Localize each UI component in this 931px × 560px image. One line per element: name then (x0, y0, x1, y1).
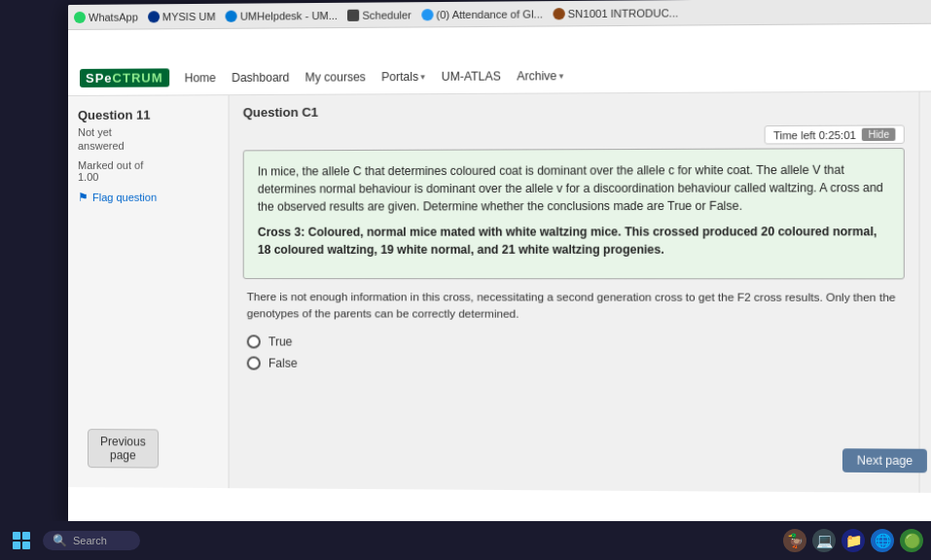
option-true[interactable]: True (243, 334, 905, 350)
monitor-content: WhatsApp MYSIS UM UMHelpdesk - UM... Sch… (68, 0, 931, 533)
taskbar-icon-5[interactable]: 🟢 (900, 529, 923, 552)
flag-question-btn[interactable]: ⚑ Flag question (78, 191, 218, 204)
question-number: Question 11 (78, 107, 218, 122)
bookmark-mysis[interactable]: MYSIS UM (148, 10, 216, 22)
right-panel (919, 91, 931, 493)
radio-false-label: False (269, 356, 298, 369)
sidebar: Question 11 Not yet answered Marked out … (68, 95, 230, 488)
taskbar-icon-3[interactable]: 📁 (841, 529, 865, 552)
taskbar: 🔍 Search 🦆 💻 📁 🌐 🟢 (0, 521, 931, 560)
archive-chevron: ▾ (558, 71, 563, 81)
previous-page-button[interactable]: Previous page (88, 429, 159, 468)
screen-wrapper: WhatsApp MYSIS UM UMHelpdesk - UM... Sch… (0, 0, 931, 560)
option-false[interactable]: False (243, 356, 905, 371)
question-text-box: In mice, the allele C that determines co… (243, 148, 905, 279)
question-status-line2: answered (78, 139, 218, 152)
taskbar-icon-4[interactable]: 🌐 (871, 529, 894, 552)
portals-chevron: ▾ (420, 71, 425, 81)
bookmark-scheduler[interactable]: Scheduler (347, 9, 412, 21)
flag-icon: ⚑ (78, 191, 89, 204)
explanation-text: There is not enough information in this … (243, 289, 905, 324)
radio-false[interactable] (247, 356, 261, 369)
windows-start-button[interactable] (8, 527, 35, 554)
bookmarks-bar: WhatsApp MYSIS UM UMHelpdesk - UM... Sch… (68, 0, 931, 30)
question-c1-label: Question C1 (243, 102, 905, 120)
marked-out-value: 1.00 (78, 171, 218, 183)
taskbar-icon-1[interactable]: 🦆 (783, 529, 806, 552)
timer-bar: Time left 0:25:01 Hide (243, 124, 905, 146)
timer-box: Time left 0:25:01 Hide (765, 124, 905, 144)
nav-archive[interactable]: Archive ▾ (517, 69, 563, 83)
bookmark-umhelpdesk[interactable]: UMHelpdesk - UM... (226, 9, 338, 21)
search-icon: 🔍 (53, 534, 67, 547)
nav-portals[interactable]: Portals ▾ (381, 69, 425, 83)
taskbar-search[interactable]: 🔍 Search (43, 531, 140, 550)
timer-label: Time left 0:25:01 (773, 128, 856, 141)
windows-icon (13, 532, 30, 549)
next-page-button[interactable]: Next page (842, 448, 918, 472)
search-text: Search (73, 535, 107, 546)
nav-my-courses[interactable]: My courses (305, 70, 366, 84)
nav-home[interactable]: Home (185, 71, 216, 85)
lms-logo: SPeCTRUM (80, 68, 169, 88)
radio-true[interactable] (247, 334, 261, 348)
nav-dashboard[interactable]: Dashboard (232, 70, 289, 84)
taskbar-icon-2[interactable]: 💻 (812, 529, 836, 552)
question-body-text: In mice, the allele C that determines co… (258, 160, 889, 215)
nav-um-atlas[interactable]: UM-ATLAS (442, 69, 501, 84)
radio-true-label: True (269, 334, 293, 348)
bookmark-attendance[interactable]: (0) Attendance of Gl... (421, 8, 543, 20)
lms-nav: SPeCTRUM Home Dashboard My courses Porta… (68, 55, 931, 96)
question-status-line1: Not yet (78, 125, 218, 138)
bookmark-sn1001[interactable]: SN1001 INTRODUC... (553, 7, 678, 19)
hide-timer-button[interactable]: Hide (862, 128, 895, 141)
taskbar-icons: 🦆 💻 📁 🌐 🟢 (783, 529, 923, 552)
marked-out-label: Marked out of (78, 159, 218, 171)
page-content: Question 11 Not yet answered Marked out … (68, 91, 931, 493)
bookmark-whatsapp[interactable]: WhatsApp (74, 11, 138, 23)
cross-description: Cross 3: Coloured, normal mice mated wit… (258, 223, 889, 259)
question-area: Question C1 Time left 0:25:01 Hide In mi… (230, 92, 919, 493)
